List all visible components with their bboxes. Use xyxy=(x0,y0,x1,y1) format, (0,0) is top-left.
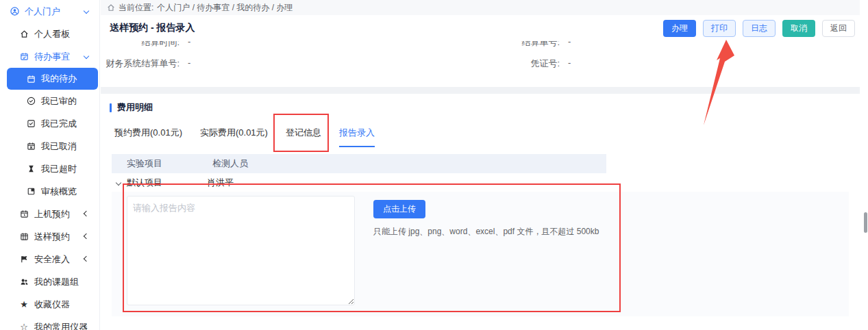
title-bar: 送样预约 - 报告录入 办理 打印 日志 取消 返回 xyxy=(101,15,860,41)
checkbox-icon xyxy=(26,119,36,129)
sidebar-item-label: 收藏仪器 xyxy=(34,299,70,311)
star-outline-icon: ☆ xyxy=(19,322,29,330)
sidebar-item-label: 审核概览 xyxy=(41,186,77,198)
settlement-no-value: - xyxy=(568,41,571,47)
chevron-collapsed-icon xyxy=(84,256,89,262)
log-button[interactable]: 日志 xyxy=(743,20,776,37)
page-title: 送样预约 - 报告录入 xyxy=(110,22,195,34)
sidebar-item-my-todo[interactable]: 我的待办 xyxy=(7,68,98,90)
home-icon xyxy=(19,29,29,39)
chevron-collapsed-icon xyxy=(84,233,89,239)
sidebar-item-label: 送样预约 xyxy=(34,231,70,243)
settlement-no-label: 结算单号: xyxy=(471,41,560,49)
section-title: 费用明细 xyxy=(110,101,153,114)
col-tester: 检测人员 xyxy=(212,157,248,170)
calendar-check-icon xyxy=(19,52,29,62)
fee-tabs: 预约费用(0.01元) 实际费用(0.01元) 登记信息 报告录入 xyxy=(114,127,375,147)
sidebar-item-my-overtime[interactable]: 我已超时 xyxy=(0,157,99,180)
app-window: 个人门户 个人看板 待办事宜 我的待办 我已审的 xyxy=(0,0,868,330)
calendar-icon xyxy=(26,74,36,84)
fee-detail-title: 费用明细 xyxy=(117,101,153,114)
sidebar-item-label: 个人门户 xyxy=(25,5,60,18)
form-row: 结算时间: - 结算单号: - xyxy=(101,41,860,49)
report-entry-panel: 点击上传 只能上传 jpg、png、word、excel、pdf 文件，且不超过… xyxy=(112,192,849,316)
sidebar-item-todo-matters[interactable]: 待办事宜 xyxy=(0,45,99,68)
settlement-time-label: 结算时间: xyxy=(101,41,179,49)
print-button[interactable]: 打印 xyxy=(703,20,736,37)
chevron-collapsed-icon xyxy=(84,211,89,216)
cell-tester: 肖洪平 xyxy=(207,177,234,189)
voucher-no-value: - xyxy=(568,58,571,68)
sidebar-item-label: 上机预约 xyxy=(34,208,70,220)
row-expand-chevron-icon[interactable] xyxy=(116,179,121,185)
breadcrumb-path[interactable]: 个人门户 / 待办事宜 / 我的待办 / 办理 xyxy=(157,2,293,14)
sidebar-item-my-cancelled[interactable]: 我已取消 xyxy=(0,135,99,157)
safety-flag-icon xyxy=(19,255,29,264)
sidebar-item-label: 我已完成 xyxy=(41,118,77,130)
calendar-grid-icon xyxy=(19,232,29,242)
chevron-down-icon xyxy=(84,8,89,14)
section-accent-bar xyxy=(110,103,112,112)
calendar-clock-icon xyxy=(19,210,29,219)
sidebar-item-label: 个人看板 xyxy=(34,28,70,40)
back-button[interactable]: 返回 xyxy=(822,20,855,37)
star-filled-icon: ★ xyxy=(19,300,29,309)
cancel-button[interactable]: 取消 xyxy=(782,20,815,37)
settlement-time-value: - xyxy=(188,41,190,47)
sidebar-item-label: 我已审的 xyxy=(41,95,77,107)
voucher-no-label: 凭证号: xyxy=(471,58,560,70)
calendar-x-icon xyxy=(26,142,36,151)
breadcrumb: 当前位置: 个人门户 / 待办事宜 / 我的待办 / 办理 xyxy=(101,0,860,15)
sidebar-item-label: 待办事宜 xyxy=(34,51,70,63)
col-experiment-project: 实验项目 xyxy=(127,157,212,170)
sidebar-item-safety-access[interactable]: 安全准入 xyxy=(0,248,99,270)
sidebar-item-label: 我的常用仪器 xyxy=(34,321,88,330)
tab-report-entry[interactable]: 报告录入 xyxy=(339,127,375,147)
cell-project: 默认项目 xyxy=(127,177,207,189)
sidebar-item-label: 我的课题组 xyxy=(34,276,79,288)
sidebar-item-review-overview[interactable]: 审核概览 xyxy=(0,180,99,203)
sidebar: 个人门户 个人看板 待办事宜 我的待办 我已审的 xyxy=(0,0,100,330)
form-row: 财务系统结算单号: - 凭证号: - xyxy=(101,58,860,70)
user-circle-icon xyxy=(10,7,19,16)
sidebar-item-sample-booking[interactable]: 送样预约 xyxy=(0,225,99,248)
users-group-icon xyxy=(19,277,29,287)
sidebar-item-my-research-group[interactable]: 我的课题组 xyxy=(0,270,99,293)
sidebar-item-label: 安全准入 xyxy=(34,253,70,266)
report-content-textarea[interactable] xyxy=(127,196,355,305)
fee-detail-card: 费用明细 预约费用(0.01元) 实际费用(0.01元) 登记信息 报告录入 实… xyxy=(101,94,860,330)
sidebar-item-label: 我已取消 xyxy=(41,140,77,153)
sidebar-item-instrument-booking[interactable]: 上机预约 xyxy=(0,203,99,225)
sidebar-item-my-common-instruments[interactable]: ☆ 我的常用仪器 xyxy=(0,316,99,330)
finance-settlement-no-label: 财务系统结算单号: xyxy=(101,58,179,70)
action-buttons: 办理 打印 日志 取消 返回 xyxy=(656,20,860,37)
hourglass-icon xyxy=(26,164,36,174)
sidebar-item-favorite-instruments[interactable]: ★ 收藏仪器 xyxy=(0,293,99,316)
tab-booking-fee[interactable]: 预约费用(0.01元) xyxy=(114,127,182,147)
table-row[interactable]: 默认项目 肖洪平 xyxy=(112,173,606,192)
handle-button[interactable]: 办理 xyxy=(663,20,696,37)
tab-registration-info[interactable]: 登记信息 xyxy=(286,127,321,147)
finance-settlement-no-value: - xyxy=(188,58,190,68)
upload-hint-text: 只能上传 jpg、png、word、excel、pdf 文件，且不超过 500k… xyxy=(373,226,599,238)
sidebar-item-my-reviewed[interactable]: 我已审的 xyxy=(0,90,99,112)
sidebar-item-label: 我已超时 xyxy=(41,163,77,175)
table-header: 实验项目 检测人员 xyxy=(112,154,606,173)
settlement-form: 结算时间: - 结算单号: - 财务系统结算单号: - 凭证号: - xyxy=(101,41,860,87)
sidebar-item-my-completed[interactable]: 我已完成 xyxy=(0,112,99,135)
upload-button[interactable]: 点击上传 xyxy=(373,200,425,218)
tab-actual-fee[interactable]: 实际费用(0.01元) xyxy=(200,127,268,147)
check-circle-icon xyxy=(26,97,36,106)
vertical-scrollbar-thumb[interactable] xyxy=(864,212,867,233)
breadcrumb-location-label: 当前位置: xyxy=(119,2,153,14)
home-icon xyxy=(107,3,115,12)
sidebar-item-personal-dashboard[interactable]: 个人看板 xyxy=(0,23,99,45)
sidebar-item-label: 我的待办 xyxy=(41,73,77,85)
report-overview-icon xyxy=(26,187,36,196)
sidebar-item-personal-portal[interactable]: 个人门户 xyxy=(0,0,99,23)
chevron-down-icon xyxy=(84,53,89,59)
